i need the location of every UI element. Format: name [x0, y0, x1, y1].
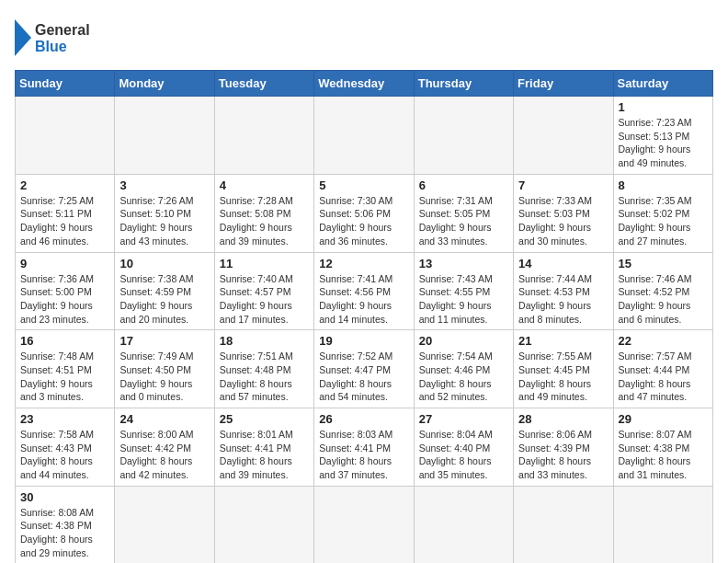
calendar-cell: 13Sunrise: 7:43 AMSunset: 4:55 PMDayligh… — [414, 252, 513, 330]
day-info: Sunrise: 8:04 AMSunset: 4:40 PMDaylight:… — [419, 428, 508, 482]
calendar-cell — [514, 97, 613, 175]
day-info: Sunrise: 7:58 AMSunset: 4:43 PMDaylight:… — [20, 428, 109, 482]
week-row-1: 1Sunrise: 7:23 AMSunset: 5:13 PMDaylight… — [16, 97, 713, 175]
calendar-cell: 21Sunrise: 7:55 AMSunset: 4:45 PMDayligh… — [514, 330, 613, 408]
calendar-cell — [514, 486, 613, 563]
day-info: Sunrise: 7:36 AMSunset: 5:00 PMDaylight:… — [20, 272, 109, 327]
weekday-header-row: SundayMondayTuesdayWednesdayThursdayFrid… — [16, 71, 713, 97]
calendar-cell — [314, 486, 414, 563]
day-info: Sunrise: 7:49 AMSunset: 4:50 PMDaylight:… — [119, 350, 209, 404]
weekday-header-tuesday: Tuesday — [214, 71, 313, 97]
day-number: 28 — [518, 412, 608, 426]
calendar-cell: 22Sunrise: 7:57 AMSunset: 4:44 PMDayligh… — [613, 330, 712, 408]
day-number: 29 — [619, 412, 708, 426]
week-row-2: 2Sunrise: 7:25 AMSunset: 5:11 PMDaylight… — [16, 174, 713, 252]
logo: General Blue — [15, 15, 134, 61]
calendar-cell: 25Sunrise: 8:01 AMSunset: 4:41 PMDayligh… — [214, 408, 313, 487]
calendar-cell: 3Sunrise: 7:26 AMSunset: 5:10 PMDaylight… — [115, 174, 214, 252]
calendar-cell: 9Sunrise: 7:36 AMSunset: 5:00 PMDaylight… — [16, 252, 115, 330]
day-number: 22 — [619, 334, 708, 348]
day-info: Sunrise: 7:41 AMSunset: 4:56 PMDaylight:… — [319, 272, 408, 327]
logo-svg: General Blue — [15, 15, 134, 61]
day-number: 21 — [518, 334, 608, 348]
day-info: Sunrise: 7:33 AMSunset: 5:03 PMDaylight:… — [518, 194, 608, 248]
calendar-cell: 7Sunrise: 7:33 AMSunset: 5:03 PMDaylight… — [514, 174, 613, 252]
week-row-6: 30Sunrise: 8:08 AMSunset: 4:38 PMDayligh… — [16, 486, 713, 563]
day-info: Sunrise: 7:30 AMSunset: 5:06 PMDaylight:… — [319, 194, 408, 248]
calendar-cell — [115, 486, 214, 563]
calendar-cell: 24Sunrise: 8:00 AMSunset: 4:42 PMDayligh… — [115, 408, 214, 487]
calendar-cell — [214, 486, 313, 563]
day-info: Sunrise: 8:01 AMSunset: 4:41 PMDaylight:… — [220, 428, 309, 482]
calendar-cell: 26Sunrise: 8:03 AMSunset: 4:41 PMDayligh… — [314, 408, 414, 487]
calendar-cell: 8Sunrise: 7:35 AMSunset: 5:02 PMDaylight… — [613, 174, 712, 252]
day-info: Sunrise: 8:07 AMSunset: 4:38 PMDaylight:… — [619, 428, 708, 482]
calendar-cell: 19Sunrise: 7:52 AMSunset: 4:47 PMDayligh… — [314, 330, 414, 408]
calendar-cell: 29Sunrise: 8:07 AMSunset: 4:38 PMDayligh… — [613, 408, 712, 487]
day-number: 7 — [518, 178, 608, 192]
day-info: Sunrise: 7:44 AMSunset: 4:53 PMDaylight:… — [518, 272, 608, 327]
day-number: 25 — [220, 412, 309, 426]
weekday-header-thursday: Thursday — [414, 71, 513, 97]
day-number: 6 — [419, 178, 508, 192]
calendar-cell: 16Sunrise: 7:48 AMSunset: 4:51 PMDayligh… — [16, 330, 115, 408]
day-info: Sunrise: 7:28 AMSunset: 5:08 PMDaylight:… — [220, 194, 309, 248]
day-number: 2 — [20, 178, 109, 192]
day-info: Sunrise: 7:43 AMSunset: 4:55 PMDaylight:… — [419, 272, 508, 327]
week-row-5: 23Sunrise: 7:58 AMSunset: 4:43 PMDayligh… — [16, 408, 713, 487]
day-number: 16 — [20, 334, 109, 348]
calendar-cell: 30Sunrise: 8:08 AMSunset: 4:38 PMDayligh… — [16, 486, 115, 563]
day-info: Sunrise: 8:03 AMSunset: 4:41 PMDaylight:… — [319, 428, 408, 482]
calendar-cell — [314, 97, 414, 175]
calendar-cell — [414, 97, 513, 175]
day-info: Sunrise: 7:40 AMSunset: 4:57 PMDaylight:… — [220, 272, 309, 327]
day-number: 11 — [220, 257, 309, 270]
day-info: Sunrise: 7:51 AMSunset: 4:48 PMDaylight:… — [220, 350, 309, 404]
day-info: Sunrise: 7:46 AMSunset: 4:52 PMDaylight:… — [619, 272, 708, 327]
day-number: 14 — [518, 257, 608, 270]
week-row-3: 9Sunrise: 7:36 AMSunset: 5:00 PMDaylight… — [16, 252, 713, 330]
calendar-cell: 10Sunrise: 7:38 AMSunset: 4:59 PMDayligh… — [115, 252, 214, 330]
weekday-header-sunday: Sunday — [16, 71, 115, 97]
calendar-cell: 12Sunrise: 7:41 AMSunset: 4:56 PMDayligh… — [314, 252, 414, 330]
day-number: 30 — [20, 490, 109, 504]
day-number: 1 — [619, 100, 708, 114]
day-number: 26 — [319, 412, 408, 426]
day-info: Sunrise: 7:52 AMSunset: 4:47 PMDaylight:… — [319, 350, 408, 404]
weekday-header-wednesday: Wednesday — [314, 71, 414, 97]
calendar-cell — [414, 486, 513, 563]
day-number: 9 — [20, 257, 109, 270]
day-number: 13 — [419, 257, 508, 270]
day-number: 8 — [619, 178, 708, 192]
day-info: Sunrise: 7:38 AMSunset: 4:59 PMDaylight:… — [119, 272, 209, 327]
day-number: 20 — [419, 334, 508, 348]
calendar-cell: 23Sunrise: 7:58 AMSunset: 4:43 PMDayligh… — [16, 408, 115, 487]
calendar-table: SundayMondayTuesdayWednesdayThursdayFrid… — [15, 70, 713, 563]
calendar-cell: 28Sunrise: 8:06 AMSunset: 4:39 PMDayligh… — [514, 408, 613, 487]
day-info: Sunrise: 7:55 AMSunset: 4:45 PMDaylight:… — [518, 350, 608, 404]
day-info: Sunrise: 7:35 AMSunset: 5:02 PMDaylight:… — [619, 194, 708, 248]
svg-text:Blue: Blue — [35, 39, 67, 54]
day-number: 19 — [319, 334, 408, 348]
day-info: Sunrise: 7:31 AMSunset: 5:05 PMDaylight:… — [419, 194, 508, 248]
day-number: 27 — [419, 412, 508, 426]
day-number: 18 — [220, 334, 309, 348]
day-info: Sunrise: 7:54 AMSunset: 4:46 PMDaylight:… — [419, 350, 508, 404]
svg-marker-0 — [15, 19, 31, 56]
logo-wordmark: General Blue — [15, 15, 134, 61]
calendar-cell: 11Sunrise: 7:40 AMSunset: 4:57 PMDayligh… — [214, 252, 313, 330]
calendar-cell: 5Sunrise: 7:30 AMSunset: 5:06 PMDaylight… — [314, 174, 414, 252]
day-number: 10 — [119, 257, 209, 270]
calendar-cell: 2Sunrise: 7:25 AMSunset: 5:11 PMDaylight… — [16, 174, 115, 252]
calendar-cell — [214, 97, 313, 175]
day-info: Sunrise: 8:08 AMSunset: 4:38 PMDaylight:… — [20, 506, 109, 560]
week-row-4: 16Sunrise: 7:48 AMSunset: 4:51 PMDayligh… — [16, 330, 713, 408]
calendar-cell: 1Sunrise: 7:23 AMSunset: 5:13 PMDaylight… — [613, 97, 712, 175]
day-number: 4 — [220, 178, 309, 192]
day-info: Sunrise: 7:25 AMSunset: 5:11 PMDaylight:… — [20, 194, 109, 248]
calendar-cell: 17Sunrise: 7:49 AMSunset: 4:50 PMDayligh… — [115, 330, 214, 408]
svg-text:General: General — [35, 22, 90, 38]
calendar-cell: 14Sunrise: 7:44 AMSunset: 4:53 PMDayligh… — [514, 252, 613, 330]
calendar-cell: 6Sunrise: 7:31 AMSunset: 5:05 PMDaylight… — [414, 174, 513, 252]
day-number: 3 — [119, 178, 209, 192]
